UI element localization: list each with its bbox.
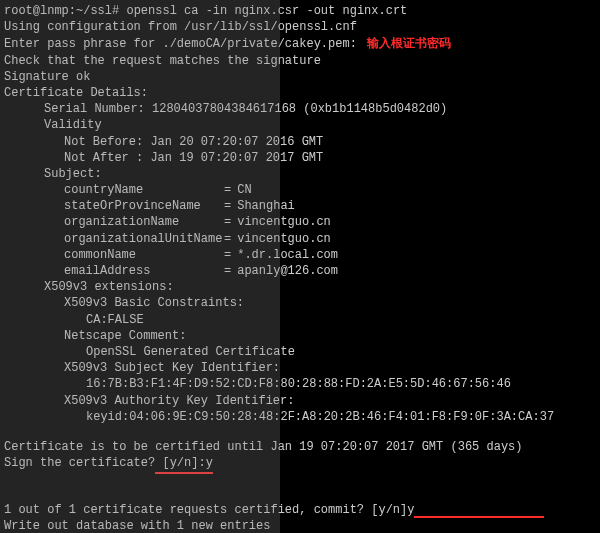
terminal[interactable]: root@lnmp:~/ssl# openssl ca -in nginx.cs… [0, 0, 600, 533]
output-line: Using configuration from /usr/lib/ssl/op… [4, 19, 596, 35]
output-line: Enter pass phrase for ./demoCA/private/c… [4, 35, 596, 52]
subject-row: organizationalUnitName=vincentguo.cn [4, 231, 596, 247]
subject-row: emailAddress=apanly@126.com [4, 263, 596, 279]
output-line: Certificate is to be certified until Jan… [4, 439, 596, 455]
output-line: keyid:04:06:9E:C9:50:28:48:2F:A8:20:2B:4… [4, 409, 596, 425]
output-line: X509v3 Subject Key Identifier: [4, 360, 596, 376]
output-line: CA:FALSE [4, 312, 596, 328]
underline-annotation: [y/n]:y [155, 455, 213, 474]
prompt-commit: 1 out of 1 certificate requests certifie… [4, 502, 596, 518]
output-line: Check that the request matches the signa… [4, 53, 596, 69]
subject-row: commonName=*.dr.local.com [4, 247, 596, 263]
output-line: Validity [4, 117, 596, 133]
output-line: Not After : Jan 19 07:20:07 2017 GMT [4, 150, 596, 166]
output-line: Subject: [4, 166, 596, 182]
output-line: OpenSSL Generated Certificate [4, 344, 596, 360]
output-line: X509v3 Authority Key Identifier: [4, 393, 596, 409]
output-line: X509v3 extensions: [4, 279, 596, 295]
output-line: Certificate Details: [4, 85, 596, 101]
output-line: 16:7B:B3:F1:4F:D9:52:CD:F8:80:28:88:FD:2… [4, 376, 596, 392]
annotation-password: 输入根证书密码 [357, 36, 451, 50]
subject-row: organizationName=vincentguo.cn [4, 214, 596, 230]
output-line: Write out database with 1 new entries [4, 518, 596, 533]
output-line: Netscape Comment: [4, 328, 596, 344]
subject-row: stateOrProvinceName=Shanghai [4, 198, 596, 214]
underline-annotation [414, 508, 544, 518]
output-line: Serial Number: 12804037804384617168 (0xb… [4, 101, 596, 117]
output-line: Signature ok [4, 69, 596, 85]
output-line: Not Before: Jan 20 07:20:07 2016 GMT [4, 134, 596, 150]
subject-row: countryName=CN [4, 182, 596, 198]
prompt-line: root@lnmp:~/ssl# openssl ca -in nginx.cs… [4, 3, 596, 19]
prompt-sign: Sign the certificate? [y/n]:y [4, 455, 596, 474]
output-line: X509v3 Basic Constraints: [4, 295, 596, 311]
